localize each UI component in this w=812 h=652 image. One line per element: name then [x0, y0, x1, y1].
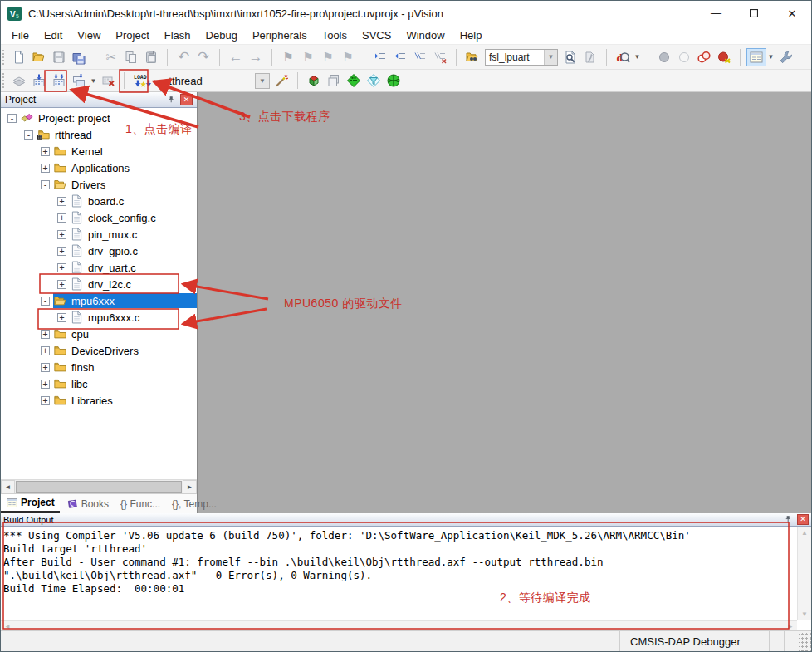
tree-item-kernel[interactable]: +Kernel [1, 143, 197, 159]
scroll-left-icon[interactable]: ◄ [4, 623, 11, 630]
debug-search-icon[interactable]: d [613, 48, 633, 66]
tab-books[interactable]: Books [61, 494, 114, 513]
tree-item-drv-gpio-c[interactable]: +drv_gpio.c [1, 243, 197, 259]
tree-item-rtthread[interactable]: -rtthread [1, 126, 197, 143]
menu-window[interactable]: Window [399, 27, 452, 43]
minimize-button[interactable]: — [697, 2, 735, 26]
tree-item-libc[interactable]: +libc [1, 375, 197, 392]
window-list-icon[interactable] [746, 48, 766, 66]
toolbar-grip[interactable] [2, 50, 8, 65]
stop-build-icon[interactable] [98, 71, 118, 90]
scroll-up-icon[interactable]: ▲ [801, 529, 808, 537]
rebuild-icon[interactable] [49, 71, 69, 90]
expand-icon[interactable]: + [57, 263, 66, 272]
breakpoint-disable-icon[interactable] [674, 48, 694, 66]
collapse-icon[interactable]: - [24, 130, 33, 140]
bookmark-clear-icon[interactable]: ⚑ [338, 48, 358, 66]
scroll-down-icon[interactable]: ▼ [801, 610, 808, 618]
expand-icon[interactable]: + [41, 147, 50, 156]
comment-icon[interactable] [410, 48, 430, 66]
target-options-icon[interactable] [271, 71, 291, 90]
wrench-icon[interactable] [775, 48, 795, 66]
expand-icon[interactable]: + [57, 313, 66, 322]
project-tree-hscrollbar[interactable]: ◄ ► [1, 479, 197, 493]
expand-icon[interactable]: + [41, 396, 50, 405]
maximize-button[interactable] [735, 2, 773, 26]
tree-item-cpu[interactable]: +cpu [1, 326, 197, 342]
bookmark-next-icon[interactable]: ⚑ [318, 48, 338, 66]
save-icon[interactable] [49, 48, 69, 66]
pin-icon[interactable] [166, 95, 177, 105]
collapse-icon[interactable]: - [7, 114, 17, 123]
tree-item-drivers[interactable]: -Drivers [1, 176, 197, 193]
breakpoint-enable-icon[interactable] [694, 48, 714, 66]
target-combo[interactable]: rtthread▼ [159, 72, 270, 90]
chevron-down-icon[interactable]: ▼ [633, 53, 642, 61]
collapse-icon[interactable]: - [41, 180, 50, 189]
expand-icon[interactable]: + [41, 380, 50, 389]
pin-icon[interactable] [783, 514, 794, 525]
undo-icon[interactable]: ↶ [174, 48, 193, 66]
new-file-icon[interactable] [9, 48, 29, 66]
tree-item-libraries[interactable]: +Libraries [1, 392, 197, 409]
expand-icon[interactable]: + [57, 280, 66, 289]
menu-project[interactable]: Project [108, 27, 156, 43]
load-icon[interactable]: LOAD [130, 71, 157, 90]
tree-item-drv-i2c-c[interactable]: +drv_i2c.c [1, 276, 197, 292]
find-doc-icon[interactable] [560, 48, 580, 66]
translate-icon[interactable] [9, 71, 29, 90]
tab-func[interactable]: {} Func... [115, 494, 165, 513]
expand-icon[interactable]: + [57, 197, 66, 206]
tree-item-mpu6xxx-c[interactable]: +mpu6xxx.c [1, 309, 197, 326]
open-folder-icon[interactable] [29, 48, 49, 66]
menu-flash[interactable]: Flash [157, 27, 198, 43]
file-extensions-icon[interactable] [364, 71, 384, 90]
outdent-icon[interactable] [390, 48, 410, 66]
breakpoint-kill-icon[interactable] [714, 48, 734, 66]
uncomment-icon[interactable] [430, 48, 450, 66]
menu-edit[interactable]: Edit [37, 27, 70, 43]
menu-help[interactable]: Help [452, 27, 490, 43]
bookmark-toggle-icon[interactable]: ⚑ [278, 48, 298, 66]
expand-icon[interactable]: + [57, 247, 66, 256]
copy-icon[interactable] [121, 48, 141, 66]
manage-items-icon[interactable] [344, 71, 364, 90]
scroll-right-icon[interactable]: ► [183, 480, 197, 493]
tree-item-board-c[interactable]: +board.c [1, 193, 197, 209]
bookmark-prev-icon[interactable]: ⚑ [298, 48, 318, 66]
expand-icon[interactable]: + [57, 213, 66, 223]
tree-item-applications[interactable]: +Applications [1, 159, 197, 176]
copy-group-icon[interactable] [324, 71, 344, 90]
forward-icon[interactable]: → [246, 48, 266, 66]
breakpoint-toggle-icon[interactable] [654, 48, 674, 66]
menu-file[interactable]: File [4, 27, 37, 43]
expand-icon[interactable]: + [41, 164, 50, 173]
find-in-files-icon[interactable] [462, 48, 482, 66]
collapse-icon[interactable]: - [41, 297, 50, 306]
save-all-icon[interactable] [69, 48, 89, 66]
tree-item-devicedrivers[interactable]: +DeviceDrivers [1, 342, 197, 359]
project-panel-close-icon[interactable]: ✕ [180, 94, 193, 105]
paste-icon[interactable] [141, 48, 161, 66]
tree-item-clock-config-c[interactable]: +clock_config.c [1, 209, 197, 226]
menu-view[interactable]: View [70, 27, 108, 43]
chevron-down-icon[interactable]: ▼ [255, 73, 270, 89]
pack-installer-icon[interactable] [384, 71, 404, 90]
chevron-down-icon[interactable]: ▼ [544, 50, 557, 65]
chevron-down-icon[interactable]: ▼ [89, 77, 98, 85]
build-icon[interactable] [29, 71, 49, 90]
tree-item-mpu6xxx[interactable]: -mpu6xxx [1, 292, 197, 309]
indent-icon[interactable] [370, 48, 390, 66]
build-output-vscrollbar[interactable]: ▲▼ [797, 527, 811, 620]
chevron-down-icon[interactable]: ▼ [766, 53, 775, 61]
build-output-close-icon[interactable]: ✕ [797, 514, 809, 525]
menu-svcs[interactable]: SVCS [355, 27, 399, 43]
menu-debug[interactable]: Debug [198, 27, 245, 43]
batch-build-icon[interactable] [69, 71, 89, 90]
resize-grip[interactable] [799, 631, 811, 651]
scroll-left-icon[interactable]: ◄ [1, 480, 15, 493]
run-to-cursor-icon[interactable] [580, 48, 600, 66]
close-button[interactable]: ✕ [773, 2, 811, 26]
scroll-thumb[interactable] [16, 481, 182, 493]
tab-temp[interactable]: {}, Temp... [167, 494, 222, 513]
